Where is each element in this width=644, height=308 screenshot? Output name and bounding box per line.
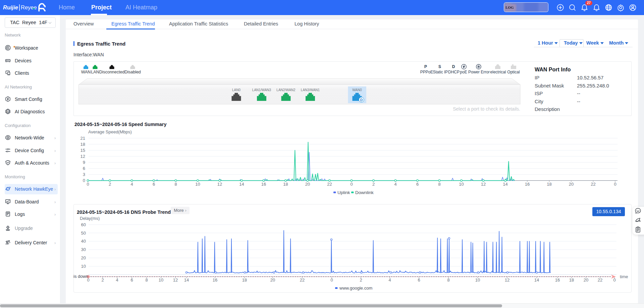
svg-text:18: 18 (242, 278, 247, 283)
svg-text:16: 16 (213, 278, 217, 283)
svg-text:10: 10 (159, 278, 163, 283)
svg-text:18: 18 (569, 278, 574, 283)
svg-text:2: 2 (101, 278, 104, 283)
svg-text:12: 12 (173, 278, 178, 283)
svg-text:2: 2 (360, 278, 362, 283)
svg-text:60: 60 (81, 222, 86, 227)
svg-text:30: 30 (81, 247, 86, 252)
svg-text:12: 12 (505, 278, 509, 283)
svg-text:www.google.com: www.google.com (339, 286, 372, 291)
svg-text:0: 0 (330, 278, 333, 283)
svg-text:6: 6 (130, 278, 133, 283)
svg-text:10: 10 (475, 278, 480, 283)
svg-text:40: 40 (81, 239, 86, 244)
svg-text:20: 20 (584, 278, 588, 283)
svg-text:14: 14 (534, 278, 539, 283)
svg-text:4: 4 (116, 278, 118, 283)
svg-text:22: 22 (598, 278, 602, 283)
svg-text:is down: is down (73, 274, 88, 279)
svg-text:8: 8 (447, 278, 449, 283)
svg-text:8: 8 (145, 278, 148, 283)
svg-text:16: 16 (555, 278, 560, 283)
svg-text:22: 22 (300, 278, 305, 283)
svg-text:Delay(ms): Delay(ms) (80, 216, 100, 221)
svg-text:6: 6 (418, 278, 420, 283)
svg-text:20: 20 (81, 255, 86, 260)
svg-text:20: 20 (270, 278, 275, 283)
svg-text:4: 4 (388, 278, 391, 283)
svg-text:time: time (620, 274, 628, 279)
svg-text:0: 0 (613, 278, 615, 283)
svg-text:14: 14 (184, 278, 189, 283)
svg-text:10: 10 (81, 264, 86, 269)
svg-text:50: 50 (81, 231, 86, 236)
